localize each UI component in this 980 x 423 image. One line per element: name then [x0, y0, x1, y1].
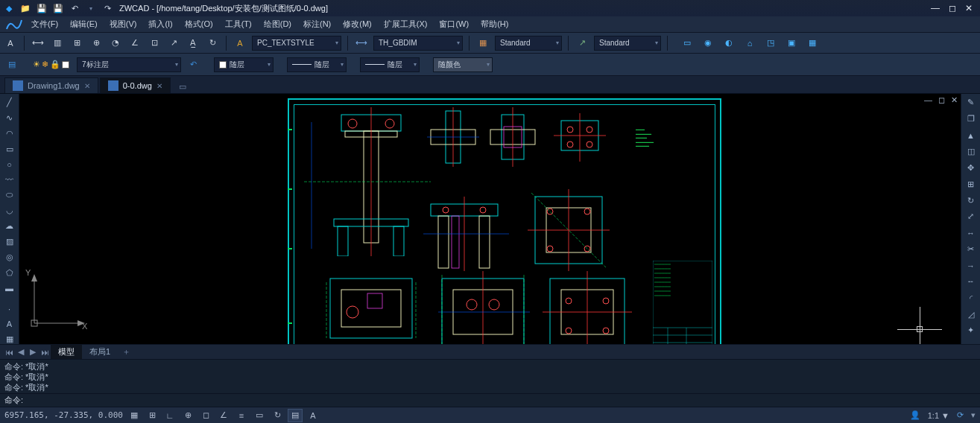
visual-style-icon[interactable]: ◐: [721, 36, 736, 51]
layer-lock-icon[interactable]: 🔒: [50, 60, 60, 69]
layout-add-icon[interactable]: ＋: [118, 345, 135, 359]
anno-auto-icon[interactable]: ⟳: [957, 410, 964, 420]
qat-saveall-icon[interactable]: 💾: [52, 2, 64, 14]
move-tool-icon[interactable]: ✥: [964, 162, 979, 174]
point-tool-icon[interactable]: ·: [2, 304, 17, 314]
blank-tool-icon[interactable]: [2, 298, 17, 299]
cloud-tool-icon[interactable]: ☁: [2, 220, 17, 232]
menu-tools[interactable]: 工具(T): [219, 16, 258, 32]
anno-toggle-icon[interactable]: A: [306, 409, 320, 422]
ellipse-arc-tool-icon[interactable]: ◡: [2, 205, 17, 216]
menu-dimension[interactable]: 标注(N): [297, 16, 337, 32]
layer-on-icon[interactable]: ☀: [33, 60, 40, 69]
dim-center-icon[interactable]: ⊕: [89, 36, 104, 51]
3d-orbit-icon[interactable]: ◉: [701, 36, 715, 51]
tablestyle-manager-icon[interactable]: ▦: [475, 36, 490, 51]
erase-tool-icon[interactable]: ✎: [964, 97, 979, 109]
tab-close-icon[interactable]: ✕: [157, 82, 162, 90]
tab-close-icon[interactable]: ✕: [84, 82, 90, 90]
mleaderstyle-dropdown[interactable]: Standard▾: [594, 36, 661, 51]
layer-prev-icon[interactable]: ↶: [186, 57, 200, 72]
trim-tool-icon[interactable]: ✂: [964, 244, 979, 255]
menu-express[interactable]: 扩展工具(X): [378, 16, 434, 32]
coordinate-readout[interactable]: 6957.165, -27.335, 0.000: [4, 410, 124, 420]
scale-tool-icon[interactable]: ⤢: [964, 211, 979, 223]
dyn-toggle-icon[interactable]: ▭: [252, 409, 267, 422]
break-tool-icon[interactable]: ╌: [964, 276, 979, 287]
arc-tool-icon[interactable]: ◠: [2, 128, 17, 139]
viewport-restore-icon[interactable]: ◻: [938, 95, 945, 105]
zoom-extents-icon[interactable]: ▭: [680, 36, 695, 51]
menu-format[interactable]: 格式(O): [179, 16, 219, 32]
snap-toggle-icon[interactable]: ⊞: [145, 409, 159, 422]
text-tool-icon[interactable]: A: [2, 319, 17, 329]
polar-toggle-icon[interactable]: ⊕: [180, 409, 195, 422]
table-tool-icon[interactable]: ▦: [2, 334, 17, 345]
grid-toggle-icon[interactable]: ▦: [127, 409, 142, 422]
qat-save-icon[interactable]: 💾: [36, 2, 48, 14]
dim-tol-icon[interactable]: ⊡: [147, 36, 162, 51]
command-history[interactable]: 命令: *取消* 命令: *取消* 命令: *取消*: [0, 360, 980, 393]
qat-open-icon[interactable]: 📁: [19, 2, 31, 14]
qat-zw-icon[interactable]: ◆: [3, 2, 15, 14]
layout-prev-icon[interactable]: ◀: [15, 347, 27, 357]
view-cube-icon[interactable]: ◳: [763, 36, 778, 51]
command-input[interactable]: [26, 396, 976, 405]
menu-modify[interactable]: 修改(M): [337, 16, 378, 32]
qat-redo-icon[interactable]: ↷: [101, 2, 113, 14]
array-tool-icon[interactable]: ⊞: [964, 178, 979, 190]
copy-tool-icon[interactable]: ❐: [964, 113, 979, 125]
dimstyle-dropdown[interactable]: TH_GBDIM▾: [373, 36, 463, 51]
layout-next-icon[interactable]: ▶: [27, 347, 39, 357]
dim-icon[interactable]: ⟷: [31, 36, 45, 51]
dim-baseline-icon[interactable]: ▥: [50, 36, 65, 51]
dim-text-icon[interactable]: A̲: [186, 36, 200, 51]
polyline-tool-icon[interactable]: ∿: [2, 112, 17, 124]
qat-undo-dd-icon[interactable]: ▾: [85, 2, 97, 14]
menu-view[interactable]: 视图(V): [104, 16, 143, 32]
layerprops-icon[interactable]: ▤: [4, 57, 19, 72]
region-tool-icon[interactable]: ▬: [2, 283, 17, 293]
anno-scale[interactable]: 1:1 ▼: [928, 411, 949, 420]
layer-dropdown[interactable]: 7标注层▾: [77, 57, 181, 72]
menu-window[interactable]: 窗口(W): [433, 16, 475, 32]
tab-0-0[interactable]: 0-0.dwg ✕: [100, 77, 171, 93]
restore-button[interactable]: ◻: [949, 3, 956, 13]
osnap-toggle-icon[interactable]: ◻: [198, 409, 213, 422]
extend-tool-icon[interactable]: →: [964, 260, 979, 272]
close-button[interactable]: ✕: [965, 3, 973, 13]
textstyle-dropdown[interactable]: PC_TEXTSTYLE▾: [252, 36, 341, 51]
ucs-icon[interactable]: ⌂: [742, 36, 757, 51]
lwt-toggle-icon[interactable]: ≡: [234, 409, 249, 422]
mirror-tool-icon[interactable]: ▲: [964, 130, 979, 141]
dim-oblique-icon[interactable]: ↗: [166, 36, 181, 51]
menu-draw[interactable]: 绘图(D): [258, 16, 297, 32]
layout-tab-model[interactable]: 模型: [51, 345, 82, 359]
nav-icon[interactable]: ▣: [784, 36, 799, 51]
qat-undo-icon[interactable]: ↶: [69, 2, 80, 14]
plotstyle-dropdown[interactable]: 随颜色▾: [433, 57, 493, 72]
hatch-tool-icon[interactable]: ▨: [2, 236, 17, 247]
spline-tool-icon[interactable]: 〰: [2, 174, 17, 185]
chamfer-tool-icon[interactable]: ◿: [964, 308, 979, 320]
drawing-canvas[interactable]: — ◻ ✕: [19, 94, 961, 344]
dim-update-icon[interactable]: ↻: [205, 36, 220, 51]
minimize-button[interactable]: —: [931, 3, 940, 13]
offset-tool-icon[interactable]: ◫: [964, 146, 979, 158]
tab-drawing1[interactable]: Drawing1.dwg ✕: [4, 77, 98, 93]
tablestyle-dropdown[interactable]: Standard▾: [495, 36, 562, 51]
circle-tool-icon[interactable]: ○: [2, 159, 17, 170]
viewport-minimize-icon[interactable]: —: [924, 95, 932, 105]
dim-radius-icon[interactable]: ◔: [108, 36, 123, 51]
layout-last-icon[interactable]: ⏭: [39, 348, 51, 357]
stretch-tool-icon[interactable]: ↔: [964, 227, 979, 239]
menu-edit[interactable]: 编辑(E): [64, 16, 104, 32]
layer-color-swatch[interactable]: [62, 61, 69, 69]
viewport-close-icon[interactable]: ✕: [951, 95, 958, 105]
fillet-tool-icon[interactable]: ◜: [964, 292, 979, 304]
lineweight-dropdown[interactable]: 随层▾: [360, 57, 420, 72]
donut-tool-icon[interactable]: ◎: [2, 252, 17, 263]
app-logo[interactable]: [3, 17, 25, 32]
textstyle-manager-icon[interactable]: A: [233, 36, 247, 51]
mleaderstyle-manager-icon[interactable]: ↗: [575, 36, 589, 51]
